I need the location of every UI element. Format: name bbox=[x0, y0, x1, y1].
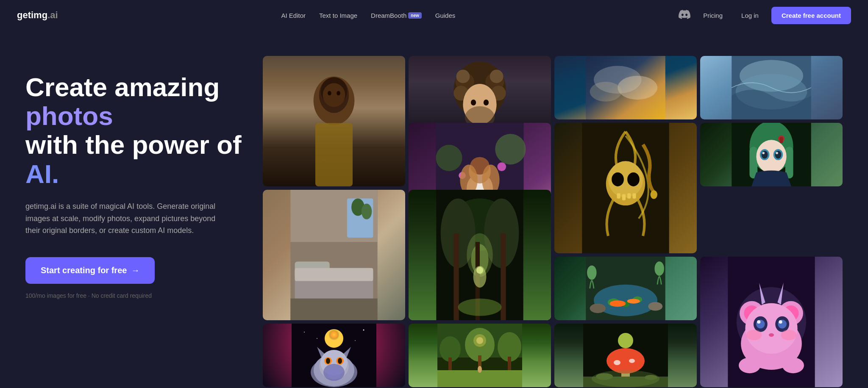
svg-point-128 bbox=[779, 320, 782, 324]
svg-point-122 bbox=[745, 303, 797, 354]
nav-dreambooth-label: DreamBooth bbox=[371, 12, 406, 19]
svg-rect-72 bbox=[780, 137, 783, 143]
svg-point-157 bbox=[592, 370, 659, 387]
svg-point-76 bbox=[317, 338, 317, 339]
nav-new-badge: new bbox=[408, 12, 421, 19]
hero-left: Create amazing photos with the power of … bbox=[25, 56, 246, 299]
svg-rect-33 bbox=[290, 299, 377, 320]
svg-point-111 bbox=[590, 304, 606, 313]
svg-point-75 bbox=[363, 330, 364, 331]
svg-point-127 bbox=[757, 320, 760, 324]
svg-point-13 bbox=[490, 70, 504, 83]
discord-icon[interactable] bbox=[679, 8, 690, 22]
navbar: getimg.ai AI Editor Text to Image DreamB… bbox=[0, 0, 868, 30]
svg-point-147 bbox=[476, 337, 483, 344]
svg-point-101 bbox=[458, 299, 502, 316]
svg-rect-3 bbox=[315, 123, 353, 186]
svg-point-22 bbox=[618, 76, 657, 100]
svg-point-79 bbox=[325, 329, 343, 348]
svg-point-23 bbox=[590, 82, 622, 102]
svg-point-67 bbox=[762, 151, 768, 159]
svg-point-130 bbox=[746, 330, 762, 340]
svg-point-69 bbox=[762, 152, 765, 154]
hero-cta-area: Start creating for free → 100/mo images … bbox=[25, 257, 246, 299]
svg-point-88 bbox=[326, 358, 330, 364]
nav-item-ai-editor[interactable]: AI Editor bbox=[275, 9, 312, 22]
image-anime-girl bbox=[700, 123, 843, 186]
hero-section: Create amazing photos with the power of … bbox=[0, 30, 868, 388]
svg-point-129 bbox=[769, 333, 774, 337]
image-landscape bbox=[409, 324, 551, 387]
svg-point-74 bbox=[304, 332, 305, 333]
svg-point-152 bbox=[614, 360, 620, 365]
hero-heading-part2: with the power of bbox=[25, 130, 242, 159]
hero-cta-button[interactable]: Start creating for free → bbox=[25, 257, 155, 284]
image-enchanted-forest bbox=[409, 190, 551, 320]
svg-point-53 bbox=[612, 172, 624, 186]
logo-text: getimg.ai bbox=[17, 10, 58, 20]
brand-logo[interactable]: getimg.ai bbox=[17, 10, 58, 21]
hero-subtext: 100/mo images for free · No credit card … bbox=[25, 292, 246, 299]
svg-point-151 bbox=[606, 348, 645, 374]
svg-point-113 bbox=[587, 266, 597, 280]
hero-heading-part1: Create amazing bbox=[25, 72, 220, 102]
svg-point-77 bbox=[355, 340, 356, 341]
svg-point-109 bbox=[610, 300, 626, 307]
svg-point-12 bbox=[456, 70, 470, 83]
image-pink-hamster bbox=[700, 257, 843, 387]
svg-point-42 bbox=[497, 162, 506, 171]
nav-item-guides[interactable]: Guides bbox=[429, 9, 462, 22]
nav-login[interactable]: Log in bbox=[735, 9, 765, 22]
svg-point-59 bbox=[651, 190, 657, 199]
svg-point-35 bbox=[362, 204, 372, 219]
image-garden-pond bbox=[554, 257, 697, 320]
svg-rect-56 bbox=[622, 194, 626, 200]
svg-point-134 bbox=[739, 358, 760, 373]
svg-rect-55 bbox=[617, 193, 620, 198]
svg-point-6 bbox=[337, 91, 340, 96]
svg-point-131 bbox=[781, 330, 797, 340]
nav-item-text-to-image[interactable]: Text to Image bbox=[313, 9, 363, 22]
svg-point-68 bbox=[775, 151, 781, 159]
image-ocean-waves bbox=[700, 56, 843, 119]
svg-point-89 bbox=[338, 358, 342, 364]
svg-point-4 bbox=[323, 83, 345, 107]
hero-image-grid bbox=[263, 56, 843, 387]
svg-point-37 bbox=[436, 145, 462, 171]
svg-rect-58 bbox=[632, 193, 636, 198]
image-golden-skull bbox=[554, 123, 697, 253]
svg-point-16 bbox=[484, 100, 489, 105]
svg-point-103 bbox=[476, 267, 483, 274]
hero-cta-label: Start creating for free bbox=[41, 266, 127, 275]
svg-point-38 bbox=[495, 134, 526, 164]
nav-links: AI Editor Text to Image DreamBooth new G… bbox=[275, 9, 462, 22]
image-bedroom bbox=[263, 190, 405, 320]
image-mushroom bbox=[554, 324, 697, 387]
svg-rect-32 bbox=[295, 268, 373, 281]
image-dramatic-clouds bbox=[554, 56, 697, 119]
nav-item-dreambooth[interactable]: DreamBooth new bbox=[365, 9, 428, 22]
svg-point-15 bbox=[471, 100, 476, 105]
nav-pricing[interactable]: Pricing bbox=[697, 9, 729, 22]
svg-rect-57 bbox=[627, 193, 631, 198]
svg-point-153 bbox=[629, 359, 635, 363]
svg-point-110 bbox=[627, 299, 640, 303]
image-portrait-man bbox=[263, 56, 405, 186]
arrow-icon: → bbox=[131, 266, 139, 275]
svg-point-70 bbox=[776, 152, 778, 154]
svg-point-5 bbox=[328, 91, 331, 96]
hero-description: getimg.ai is a suite of magical AI tools… bbox=[25, 200, 220, 237]
image-glowing-cat bbox=[263, 324, 405, 387]
svg-point-135 bbox=[782, 358, 804, 373]
hero-heading-photos: photos bbox=[25, 101, 113, 130]
svg-point-91 bbox=[328, 369, 340, 379]
svg-point-112 bbox=[648, 302, 662, 311]
hero-heading-ai: AI. bbox=[25, 159, 59, 188]
nav-create-account-button[interactable]: Create free account bbox=[771, 7, 851, 24]
hero-heading: Create amazing photos with the power of … bbox=[25, 73, 246, 188]
svg-point-54 bbox=[627, 172, 640, 186]
svg-point-149 bbox=[618, 333, 633, 348]
svg-point-145 bbox=[478, 366, 482, 373]
nav-right: Pricing Log in Create free account bbox=[679, 7, 851, 24]
svg-point-114 bbox=[654, 261, 664, 276]
